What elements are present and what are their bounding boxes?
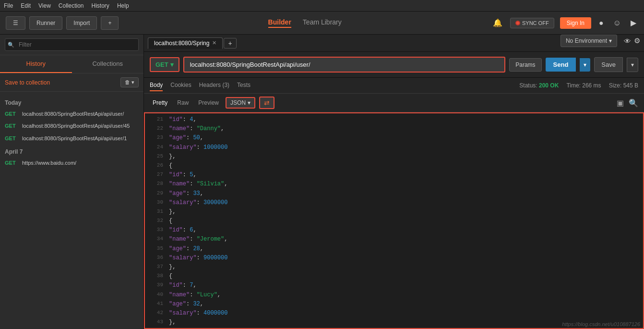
- json-line: 30 "salary": 3000000: [145, 198, 643, 207]
- list-item[interactable]: GET localhost:8080/SpringBootRestApi/api…: [0, 108, 143, 120]
- wrap-button[interactable]: ⇄: [259, 97, 274, 109]
- list-item[interactable]: GET localhost:8080/SpringBootRestApi/api…: [0, 120, 143, 132]
- save-button[interactable]: Save: [594, 57, 623, 72]
- size-value: 545 B: [623, 82, 638, 89]
- format-selector[interactable]: JSON ▾: [226, 97, 255, 109]
- settings-icon[interactable]: ▶: [629, 16, 638, 29]
- toolbar-icons: 👁 ⚙: [624, 37, 640, 45]
- search-body-icon[interactable]: 🔍: [629, 98, 638, 108]
- gear-icon[interactable]: ⚙: [634, 37, 640, 45]
- list-item[interactable]: GET localhost:8080/SpringBootRestApi/api…: [0, 133, 143, 145]
- list-item[interactable]: GET https://www.baidu.com/: [0, 157, 143, 169]
- json-line: 43},: [145, 318, 643, 327]
- status-value: 200 OK: [539, 82, 559, 89]
- response-tabs: Body Cookies Headers (3) Tests: [150, 80, 250, 91]
- response-tabs-bar: Body Cookies Headers (3) Tests Status: 2…: [144, 78, 644, 94]
- view-pretty[interactable]: Pretty: [150, 98, 170, 108]
- json-line: 31},: [145, 207, 643, 217]
- runner-button[interactable]: Runner: [29, 16, 62, 30]
- json-line: 37},: [145, 263, 643, 272]
- tab-collections[interactable]: Collections: [72, 55, 144, 73]
- time-label: Time: 266 ms: [566, 82, 601, 89]
- menu-view[interactable]: View: [38, 2, 51, 9]
- main-layout: History Collections Save to collection 🗑…: [0, 35, 644, 329]
- json-line: 21 "id": 4,: [145, 115, 643, 124]
- json-line: 42 "salary": 4000000: [145, 309, 643, 318]
- json-line: 38{: [145, 272, 643, 281]
- copy-icon[interactable]: ▣: [617, 98, 624, 108]
- json-line: 40 "name": "Lucy",: [145, 291, 643, 300]
- env-bar: No Environment ▾ 👁 ⚙: [561, 35, 640, 47]
- body-toolbar: Pretty Raw Preview JSON ▾ ⇄ ▣ 🔍: [144, 94, 644, 112]
- sidebar-toggle-button[interactable]: ☰: [6, 16, 25, 30]
- save-to-collection-link[interactable]: Save to collection: [5, 79, 50, 86]
- env-label: No Environment: [566, 37, 607, 44]
- toolbar: ☰ Runner Import + Builder Team Library 🔔…: [0, 12, 644, 35]
- json-line: 39 "id": 7,: [145, 281, 643, 290]
- tab-history[interactable]: History: [0, 55, 72, 73]
- user-icon[interactable]: ☺: [611, 17, 623, 29]
- json-line: 44{: [145, 327, 643, 329]
- status-label: Status: 200 OK: [519, 82, 559, 89]
- json-line: 26{: [145, 161, 643, 171]
- response-area: Body Cookies Headers (3) Tests Status: 2…: [144, 78, 644, 329]
- method-badge: GET: [5, 135, 18, 141]
- history-url: https://www.baidu.com/: [22, 159, 76, 167]
- size-label: Size: 545 B: [609, 82, 638, 89]
- sidebar-search-area: [0, 35, 143, 55]
- time-value: 266 ms: [582, 82, 601, 89]
- send-button[interactable]: Send: [546, 58, 576, 72]
- section-april7-title: April 7: [0, 145, 143, 157]
- close-tab-icon[interactable]: ✕: [212, 40, 216, 46]
- view-preview[interactable]: Preview: [195, 98, 222, 108]
- toolbar-right: 🔔 SYNC OFF Sign In ● ☺ ▶: [491, 16, 638, 29]
- method-badge: GET: [5, 160, 18, 166]
- menu-edit[interactable]: Edit: [21, 2, 31, 9]
- tab-team-library[interactable]: Team Library: [303, 18, 342, 28]
- delete-history-button[interactable]: 🗑 ▾: [120, 77, 139, 87]
- resp-tab-tests[interactable]: Tests: [237, 80, 250, 91]
- import-button[interactable]: Import: [66, 16, 97, 30]
- save-dropdown-button[interactable]: ▾: [627, 58, 638, 72]
- sync-label: SYNC OFF: [522, 20, 549, 26]
- request-tab-active[interactable]: localhost:8080/Spring ✕: [148, 37, 223, 49]
- send-dropdown-button[interactable]: ▾: [580, 58, 590, 72]
- url-input[interactable]: [183, 57, 505, 73]
- view-raw[interactable]: Raw: [174, 98, 191, 108]
- add-request-tab-button[interactable]: +: [224, 38, 236, 49]
- params-button[interactable]: Params: [509, 58, 541, 72]
- method-label: GET: [155, 61, 168, 68]
- sidebar-tabs: History Collections: [0, 55, 143, 73]
- method-selector[interactable]: GET ▾: [150, 57, 179, 72]
- content-area: localhost:8080/Spring ✕ + GET ▾ Params S…: [144, 35, 644, 329]
- menu-file[interactable]: File: [4, 2, 13, 9]
- resp-tab-body[interactable]: Body: [150, 80, 163, 91]
- method-dropdown-icon: ▾: [170, 61, 174, 68]
- sync-button[interactable]: SYNC OFF: [510, 18, 554, 28]
- search-wrap: [5, 38, 139, 51]
- environment-selector[interactable]: No Environment ▾: [561, 35, 617, 47]
- menu-history[interactable]: History: [92, 2, 109, 9]
- method-badge: GET: [5, 123, 18, 129]
- main-tabs: Builder Team Library: [122, 18, 487, 28]
- notification-icon[interactable]: 🔔: [491, 16, 504, 29]
- sign-in-button[interactable]: Sign In: [560, 17, 591, 29]
- json-line: 29 "age": 33,: [145, 189, 643, 198]
- response-status: Status: 200 OK Time: 266 ms Size: 545 B: [519, 82, 638, 89]
- search-input[interactable]: [5, 38, 139, 51]
- sidebar: History Collections Save to collection 🗑…: [0, 35, 144, 329]
- json-line: 36 "salary": 9000000: [145, 254, 643, 263]
- json-line: 34 "name": "Jerome",: [145, 235, 643, 244]
- menu-help[interactable]: Help: [117, 2, 129, 9]
- format-dropdown-icon: ▾: [248, 99, 250, 106]
- resp-tab-cookies[interactable]: Cookies: [170, 80, 191, 91]
- resp-tab-headers[interactable]: Headers (3): [199, 80, 229, 91]
- env-dropdown-icon: ▾: [609, 37, 612, 44]
- bell-icon[interactable]: ●: [597, 17, 606, 29]
- format-label: JSON: [230, 99, 246, 106]
- new-tab-button[interactable]: +: [101, 16, 119, 30]
- tab-builder[interactable]: Builder: [268, 18, 291, 28]
- eye-icon[interactable]: 👁: [624, 37, 631, 45]
- history-url: localhost:8080/SpringBootRestApi/api/use…: [22, 135, 127, 142]
- menu-collection[interactable]: Collection: [59, 2, 84, 9]
